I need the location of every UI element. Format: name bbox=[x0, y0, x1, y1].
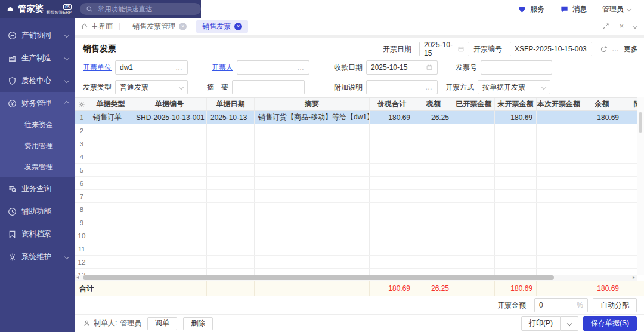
close-icon[interactable]: × bbox=[179, 23, 187, 30]
cell-balance[interactable]: 180.69 bbox=[581, 111, 623, 124]
cell-tax[interactable] bbox=[414, 229, 453, 242]
col-header-summary[interactable]: 摘要 bbox=[255, 98, 370, 110]
cell-type[interactable] bbox=[89, 269, 132, 275]
cell-invoiced[interactable] bbox=[453, 137, 495, 150]
sidebar-item-shengchanzhizao[interactable]: 生产制造 bbox=[0, 47, 75, 69]
cell-doc_no[interactable] bbox=[132, 177, 207, 189]
table-row-9[interactable]: 9 bbox=[75, 216, 637, 229]
cell-uninvoiced[interactable] bbox=[495, 164, 537, 176]
messages-menu[interactable]: 消息 bbox=[560, 4, 587, 14]
sidebar-item-xitongweihu[interactable]: 系统维护 bbox=[0, 245, 75, 268]
cell-total[interactable] bbox=[370, 203, 414, 216]
service-menu[interactable]: 服务 bbox=[518, 4, 544, 14]
cell-type[interactable] bbox=[89, 164, 132, 176]
cell-summary[interactable] bbox=[255, 190, 370, 202]
cell-total[interactable] bbox=[370, 256, 414, 268]
column-settings-gear-icon[interactable] bbox=[75, 98, 89, 110]
cell-current[interactable] bbox=[537, 164, 581, 176]
cell-doc_date[interactable] bbox=[207, 164, 255, 176]
col-header-type[interactable]: 单据类型 bbox=[89, 98, 132, 110]
col-header-extra[interactable]: 附加 bbox=[623, 98, 637, 110]
cell-balance[interactable] bbox=[581, 269, 623, 275]
cell-tax[interactable] bbox=[414, 177, 453, 189]
user-menu[interactable]: 管理员 bbox=[602, 4, 631, 14]
cell-tax[interactable]: 26.25 bbox=[414, 111, 453, 124]
table-row-8[interactable]: 8 bbox=[75, 203, 637, 216]
cell-total[interactable] bbox=[370, 229, 414, 242]
tab-xiaoshoufapiao[interactable]: 销售发票 × bbox=[196, 20, 248, 33]
cell-extra[interactable] bbox=[623, 137, 637, 150]
print-dropdown-button[interactable] bbox=[561, 316, 578, 331]
cell-doc_no[interactable] bbox=[132, 124, 207, 137]
cell-doc_date[interactable]: 2025-10-13 bbox=[207, 111, 255, 124]
cell-tax[interactable] bbox=[414, 150, 453, 163]
cell-total[interactable] bbox=[370, 216, 414, 229]
cell-invoiced[interactable] bbox=[453, 111, 495, 124]
cell-current[interactable] bbox=[537, 216, 581, 229]
cell-summary[interactable]: 销售订货【商品-移动】等给【dw1】：zy1 bbox=[255, 111, 370, 124]
auto-allocate-button[interactable]: 自动分配 bbox=[593, 298, 637, 312]
refresh-icon[interactable] bbox=[600, 45, 608, 53]
billing-method-select[interactable]: 按单据开发票 bbox=[478, 80, 550, 94]
table-row-13[interactable]: 13 bbox=[75, 269, 637, 275]
cell-uninvoiced[interactable] bbox=[495, 190, 537, 202]
cell-extra[interactable] bbox=[623, 111, 637, 124]
cell-extra[interactable] bbox=[623, 242, 637, 255]
cell-tax[interactable] bbox=[414, 190, 453, 202]
cell-extra[interactable] bbox=[623, 269, 637, 275]
sidebar-item-yewuchaxun[interactable]: 业务查询 bbox=[0, 177, 75, 200]
cell-summary[interactable] bbox=[255, 216, 370, 229]
cell-doc_no[interactable] bbox=[132, 203, 207, 216]
cell-doc_no[interactable] bbox=[132, 269, 207, 275]
table-row-5[interactable]: 5 bbox=[75, 164, 637, 177]
cell-uninvoiced[interactable] bbox=[495, 229, 537, 242]
cell-extra[interactable] bbox=[623, 190, 637, 202]
fullscreen-icon[interactable] bbox=[602, 23, 609, 30]
cell-current[interactable] bbox=[537, 124, 581, 137]
lookup-ellipsis-icon[interactable]: … bbox=[425, 83, 433, 91]
print-button[interactable]: 打印(P) bbox=[521, 316, 561, 331]
scroll-left-arrow[interactable]: ◂ bbox=[75, 275, 80, 281]
billing-unit-link[interactable]: 开票单位 bbox=[83, 63, 112, 73]
col-header-doc_no[interactable]: 单据编号 bbox=[132, 98, 207, 110]
cell-summary[interactable] bbox=[255, 124, 370, 137]
cell-type[interactable] bbox=[89, 256, 132, 268]
cell-doc_date[interactable] bbox=[207, 256, 255, 268]
cell-type[interactable] bbox=[89, 137, 132, 150]
cell-current[interactable] bbox=[537, 190, 581, 202]
more-button[interactable]: 更多 bbox=[624, 44, 638, 54]
cell-extra[interactable] bbox=[623, 216, 637, 229]
table-row-1[interactable]: 1销售订单SHD-2025-10-13-0012025-10-13销售订货【商品… bbox=[75, 111, 637, 124]
cell-summary[interactable] bbox=[255, 242, 370, 255]
cell-type[interactable]: 销售订单 bbox=[89, 111, 132, 124]
cell-doc_date[interactable] bbox=[207, 216, 255, 229]
cell-extra[interactable] bbox=[623, 229, 637, 242]
sidebar-item-fuzhugongneng[interactable]: 辅助功能 bbox=[0, 200, 75, 223]
table-row-7[interactable]: 7 bbox=[75, 190, 637, 203]
cell-summary[interactable] bbox=[255, 150, 370, 163]
cell-uninvoiced[interactable] bbox=[495, 256, 537, 268]
cell-extra[interactable] bbox=[623, 124, 637, 137]
table-row-11[interactable]: 11 bbox=[75, 242, 637, 256]
cell-doc_no[interactable]: SHD-2025-10-13-001 bbox=[132, 111, 207, 124]
cell-doc_no[interactable] bbox=[132, 137, 207, 150]
row-number[interactable]: 10 bbox=[75, 229, 89, 242]
cell-doc_date[interactable] bbox=[207, 190, 255, 202]
cell-summary[interactable] bbox=[255, 229, 370, 242]
tab-xiaoshoufapiaoguanli[interactable]: 销售发票管理 × bbox=[126, 20, 193, 33]
cell-type[interactable] bbox=[89, 242, 132, 255]
cell-doc_date[interactable] bbox=[207, 269, 255, 275]
cell-balance[interactable] bbox=[581, 137, 623, 150]
table-row-3[interactable]: 3 bbox=[75, 137, 637, 150]
cell-type[interactable] bbox=[89, 177, 132, 189]
cell-type[interactable] bbox=[89, 190, 132, 202]
more-dots-icon[interactable]: … bbox=[612, 45, 620, 53]
cell-doc_no[interactable] bbox=[132, 150, 207, 163]
h-scroll-thumb[interactable] bbox=[83, 275, 554, 280]
cell-invoiced[interactable] bbox=[453, 269, 495, 275]
cell-tax[interactable] bbox=[414, 256, 453, 268]
cell-current[interactable] bbox=[537, 203, 581, 216]
row-number[interactable]: 3 bbox=[75, 137, 89, 150]
cell-invoiced[interactable] bbox=[453, 124, 495, 137]
calendar-icon[interactable] bbox=[426, 64, 433, 71]
